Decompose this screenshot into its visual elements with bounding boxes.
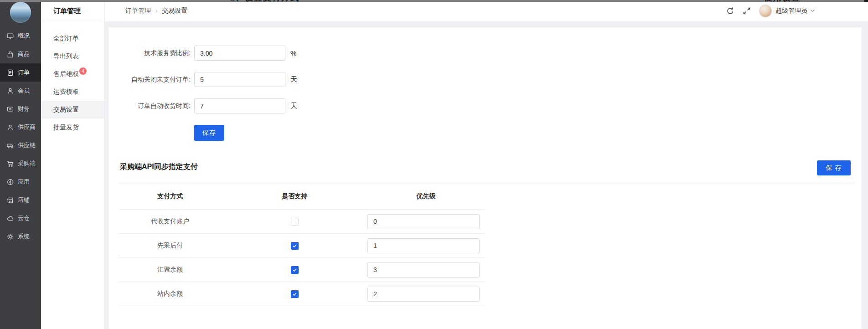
breadcrumb-current: 交易设置: [162, 7, 187, 15]
submenu-item-export-list[interactable]: 导出列表: [41, 47, 104, 65]
sidebar-item-cloud[interactable]: 云仓: [0, 209, 41, 227]
sidebar-item-label: 会员: [18, 87, 30, 95]
sidebar-item-label: 财务: [18, 105, 30, 113]
system-icon: [7, 233, 14, 240]
form-row: 订单自动收货时间: 天: [108, 98, 862, 113]
sidebar-item-supply-chain[interactable]: 供应链: [0, 136, 41, 154]
primary-sidebar: 概况 商品 订单 会员 财务 供应商 供应链 采购端: [0, 0, 41, 329]
sidebar-item-system[interactable]: 系统: [0, 227, 41, 246]
auto-close-unit: 天: [290, 75, 297, 84]
table-row: 汇聚余额: [119, 258, 485, 282]
payment-methods-table: 支付方式 是否支持 优先级 代收支付账户 先采后付 汇聚余额 站内余额: [119, 183, 485, 306]
submenu-item-freight-template[interactable]: 运费模板: [41, 83, 104, 101]
finance-icon: [7, 106, 14, 113]
submenu-title: 订单管理: [41, 0, 104, 21]
orders-icon: [7, 69, 14, 76]
header-supported: 是否支持: [222, 192, 367, 200]
payment-section-title: 采购端API同步指定支付: [120, 162, 198, 172]
table-row: 先采后付: [119, 234, 485, 258]
service-fee-unit: %: [290, 49, 296, 57]
payment-method-name: 代收支付账户: [119, 217, 222, 226]
topbar-actions: 超级管理员: [726, 5, 815, 17]
auto-close-input[interactable]: [194, 72, 285, 87]
sidebar-item-member[interactable]: 会员: [0, 82, 41, 100]
sidebar-item-apps[interactable]: 应用: [0, 173, 41, 191]
window-corner-mark: [864, 0, 868, 2]
auto-receive-unit: 天: [290, 102, 297, 110]
service-fee-label: 技术服务费比例:: [108, 49, 191, 57]
topbar: 订单管理 › 交易设置 超级管理员: [105, 0, 868, 21]
breadcrumb: 订单管理 › 交易设置: [125, 7, 187, 15]
sidebar-item-overview[interactable]: 概况: [0, 27, 41, 45]
sidebar-item-purchase[interactable]: 采购端: [0, 154, 41, 173]
supported-checkbox[interactable]: [291, 290, 299, 298]
breadcrumb-separator: ›: [155, 7, 157, 14]
sidebar-item-label: 系统: [18, 232, 30, 241]
sidebar-item-goods[interactable]: 商品: [0, 45, 41, 63]
save-settings-button[interactable]: 保存: [194, 125, 224, 141]
sidebar-item-shop[interactable]: 店铺: [0, 191, 41, 209]
table-header-row: 支付方式 是否支持 优先级: [119, 183, 485, 210]
payment-method-name: 先采后付: [119, 242, 222, 250]
supplier-icon: [7, 124, 14, 131]
refresh-icon[interactable]: [726, 7, 734, 15]
submenu-item-trade-settings[interactable]: 交易设置: [41, 101, 104, 118]
sidebar-item-label: 采购端: [18, 159, 36, 168]
store-avatar[interactable]: [10, 2, 31, 23]
user-avatar: [759, 5, 772, 17]
form-row: 技术服务费比例: %: [108, 46, 862, 61]
secondary-sidebar: 订单管理 全部订单 导出列表 售后维权4 运费模板 交易设置 批量发货: [41, 0, 105, 329]
breadcrumb-parent[interactable]: 订单管理: [125, 7, 151, 15]
auto-receive-input[interactable]: [194, 98, 285, 113]
supported-checkbox[interactable]: [291, 266, 299, 274]
service-fee-input[interactable]: [194, 46, 285, 61]
auto-close-label: 自动关闭未支付订单:: [108, 76, 191, 84]
apps-icon: [7, 179, 14, 185]
sidebar-item-label: 订单: [18, 68, 30, 77]
header-payment-method: 支付方式: [119, 192, 222, 200]
cloud-icon: [7, 215, 14, 222]
member-icon: [7, 87, 14, 94]
auto-receive-label: 订单自动收货时间:: [108, 102, 191, 110]
clipped-text-fragment: 使用设置: [764, 0, 801, 4]
shop-icon: [7, 197, 14, 204]
sidebar-item-label: 供应商: [18, 123, 36, 131]
overview-icon: [7, 33, 14, 40]
header-priority: 优先级: [367, 192, 485, 200]
user-menu[interactable]: 超级管理员: [759, 5, 815, 17]
user-name: 超级管理员: [775, 7, 807, 15]
sidebar-item-label: 供应链: [18, 141, 36, 149]
sidebar-item-label: 店铺: [18, 196, 30, 204]
form-row: 自动关闭未支付订单: 天: [108, 72, 862, 87]
sidebar-item-label: 概况: [18, 32, 30, 40]
trade-settings-form: 技术服务费比例: % 自动关闭未支付订单: 天 订单自动收货时间: 天 保存: [108, 27, 862, 141]
goods-icon: [7, 51, 14, 58]
priority-input[interactable]: [367, 214, 480, 229]
table-row: 代收支付账户: [119, 210, 485, 234]
submenu-nav: 全部订单 导出列表 售后维权4 运费模板 交易设置 批量发货: [41, 21, 104, 136]
sidebar-item-label: 云仓: [18, 214, 30, 222]
priority-input[interactable]: [367, 238, 480, 253]
submenu-item-batch-shipping[interactable]: 批量发货: [41, 118, 104, 136]
table-row: 站内余额: [119, 282, 485, 306]
supported-checkbox[interactable]: [291, 242, 299, 250]
sidebar-item-supplier[interactable]: 供应商: [0, 118, 41, 136]
after-sales-count-badge: 4: [79, 67, 87, 75]
submenu-item-after-sales[interactable]: 售后维权4: [41, 65, 104, 83]
sidebar-item-finance[interactable]: 财务: [0, 100, 41, 118]
sidebar-item-label: 应用: [18, 178, 30, 186]
submenu-item-all-orders[interactable]: 全部订单: [41, 30, 104, 47]
supported-checkbox[interactable]: [291, 218, 299, 226]
fullscreen-icon[interactable]: [743, 7, 751, 15]
chevron-down-icon: [810, 9, 815, 13]
priority-input[interactable]: [367, 262, 480, 278]
priority-input[interactable]: [367, 287, 480, 302]
sidebar-item-orders[interactable]: 订单: [0, 63, 41, 82]
supply-chain-icon: [7, 142, 14, 149]
payment-method-name: 站内余额: [119, 290, 222, 298]
purchase-icon: [7, 160, 14, 167]
clipped-text-fragment: 2、设置支付方式: [230, 0, 308, 4]
top-window-edge: [0, 0, 868, 2]
payment-method-name: 汇聚余额: [119, 266, 222, 274]
save-payment-button[interactable]: 保 存: [817, 160, 851, 175]
